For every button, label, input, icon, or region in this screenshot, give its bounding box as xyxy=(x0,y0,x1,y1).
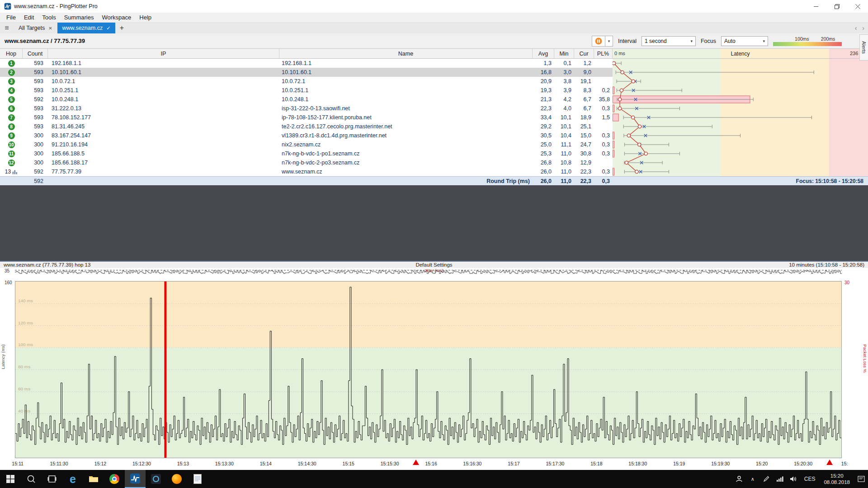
close-button[interactable] xyxy=(847,0,868,13)
scroll-right-icon[interactable]: › xyxy=(862,24,864,32)
cell-pl: 0,3 xyxy=(594,131,613,140)
cell-ip: 31.222.0.13 xyxy=(48,104,279,113)
cell-cur: 8,3 xyxy=(574,86,594,95)
alerts-side-tab[interactable]: Alerts xyxy=(859,34,868,61)
menu-help[interactable]: Help xyxy=(135,14,156,21)
cell-hop: 4 xyxy=(0,86,23,95)
cell-ip: 77.75.77.39 xyxy=(48,167,279,176)
cell-hop: 10 xyxy=(0,140,23,149)
cell-min: 10,4 xyxy=(554,131,574,140)
language-indicator[interactable]: CES xyxy=(801,476,819,482)
cell-name: 10.0.72.1 xyxy=(279,77,533,86)
pingplotter-app[interactable] xyxy=(125,470,146,488)
start-button[interactable] xyxy=(0,470,21,488)
edge-icon: e xyxy=(70,474,76,485)
timeline-plot[interactable]: 140 ms120 ms100 ms80 ms60 ms40 ms xyxy=(15,281,842,458)
close-tab-icon[interactable]: ✕ xyxy=(48,26,52,31)
task-view-button[interactable] xyxy=(42,470,62,488)
scroll-left-icon[interactable]: ‹ xyxy=(855,24,857,32)
firefox-app[interactable] xyxy=(166,470,187,488)
focus-label: Focus xyxy=(701,38,716,44)
minimize-button[interactable] xyxy=(806,0,826,13)
file-explorer-app[interactable] xyxy=(83,470,104,488)
hop-number-badge: 12 xyxy=(8,160,15,166)
pause-dropdown-button[interactable]: ▾ xyxy=(605,36,613,47)
menu-file[interactable]: File xyxy=(2,14,20,21)
x-tick-label: 15:18:30 xyxy=(628,461,647,466)
timeline-settings-label[interactable]: Default Settings xyxy=(415,262,452,267)
new-tab-button[interactable]: + xyxy=(115,23,128,33)
taskbar-app-icon-1[interactable] xyxy=(146,470,166,488)
volume-icon[interactable] xyxy=(788,470,799,488)
hop-number-badge: 9 xyxy=(8,132,15,139)
tab-scroll-controls: ‹ › xyxy=(855,23,864,33)
interval-select[interactable]: 1 second ▾ xyxy=(642,36,696,46)
check-icon: ✓ xyxy=(106,25,110,31)
windows-logo-icon xyxy=(6,474,15,483)
menu-edit[interactable]: Edit xyxy=(20,14,38,21)
cell-cur: 18,9 xyxy=(574,113,594,122)
timeline-range-label[interactable]: 10 minutes (15:10:58 - 15:20:58) xyxy=(789,262,864,267)
restore-button[interactable] xyxy=(826,0,847,13)
cell-avg: 19,3 xyxy=(533,86,554,95)
cell-count: 593 xyxy=(23,104,48,113)
right-axis-max: 30 xyxy=(844,280,849,285)
pen-icon[interactable] xyxy=(760,470,772,488)
people-icon[interactable] xyxy=(733,470,745,488)
chrome-app[interactable] xyxy=(104,470,125,488)
cell-cur: 6,7 xyxy=(574,104,594,113)
svg-text:60 ms: 60 ms xyxy=(18,386,30,391)
taskbar-clock[interactable]: 15:20 08.08.2018 xyxy=(820,473,854,485)
hamburger-icon[interactable]: ≡ xyxy=(0,23,14,33)
menu-bar: FileEditToolsSummariesWorkspaceHelp xyxy=(0,13,868,23)
jitter-label: Jitter (ms) xyxy=(425,268,443,273)
hop-number-badge: 8 xyxy=(8,123,15,130)
cell-name: 10.0.251.1 xyxy=(279,86,533,95)
col-header-cur[interactable]: Cur xyxy=(574,49,594,58)
tab-all-targets[interactable]: All Targets ✕ xyxy=(14,23,57,33)
cell-pl xyxy=(594,59,613,68)
x-tick-label: 15:18 xyxy=(590,461,602,466)
menu-summaries[interactable]: Summaries xyxy=(60,14,98,21)
cell-name: 10.0.248.1 xyxy=(279,95,533,104)
col-header-count[interactable]: Count xyxy=(23,49,48,58)
file-explorer-icon xyxy=(89,475,99,483)
cell-count: 300 xyxy=(23,149,48,158)
cell-count: 593 xyxy=(23,113,48,122)
x-tick-label: 15:16:30 xyxy=(463,461,482,466)
action-center-button[interactable] xyxy=(855,470,867,488)
col-header-min[interactable]: Min xyxy=(554,49,574,58)
col-header-avg[interactable]: Avg xyxy=(533,49,554,58)
empty-workspace-area xyxy=(0,185,868,261)
search-button[interactable] xyxy=(21,470,42,488)
col-header-latency[interactable]: 0 ms Latency 236 ms xyxy=(613,49,868,58)
jitter-graph: 35 Jitter (ms) xyxy=(0,268,868,281)
chrome-icon xyxy=(109,474,119,484)
pause-button[interactable] xyxy=(592,36,605,47)
col-header-ip[interactable]: IP xyxy=(48,49,279,58)
menu-tools[interactable]: Tools xyxy=(38,14,60,21)
cell-name: www.seznam.cz xyxy=(279,167,533,176)
network-icon[interactable] xyxy=(774,470,786,488)
col-header-name[interactable]: Name xyxy=(279,49,533,58)
x-tick-label: 15:14 xyxy=(260,461,272,466)
search-icon xyxy=(27,474,36,483)
hop-number: 13 xyxy=(5,169,11,175)
svg-text:80 ms: 80 ms xyxy=(18,364,30,369)
col-header-pl[interactable]: PL% xyxy=(594,49,613,58)
col-header-hop[interactable]: Hop xyxy=(0,49,23,58)
tab-www-seznam-cz[interactable]: www.seznam.cz ✓ xyxy=(57,23,116,33)
focus-select[interactable]: Auto ▾ xyxy=(721,36,768,46)
cell-hop: 9 xyxy=(0,131,23,140)
cell-ip: 192.168.1.1 xyxy=(48,59,279,68)
x-tick-label: 15:12 xyxy=(94,461,106,466)
cell-cur: 15,0 xyxy=(574,131,594,140)
x-tick-label: 15:20 xyxy=(756,461,768,466)
x-tick-label: 15:13 xyxy=(177,461,189,466)
notepad-app[interactable] xyxy=(187,470,208,488)
cell-pl: 0,3 xyxy=(594,149,613,158)
show-hidden-icons-button[interactable]: ∧ xyxy=(747,470,759,488)
trace-table: Hop Count IP Name Avg Min Cur PL% 0 ms L… xyxy=(0,49,868,185)
menu-workspace[interactable]: Workspace xyxy=(98,14,135,21)
edge-app[interactable]: e xyxy=(62,470,83,488)
